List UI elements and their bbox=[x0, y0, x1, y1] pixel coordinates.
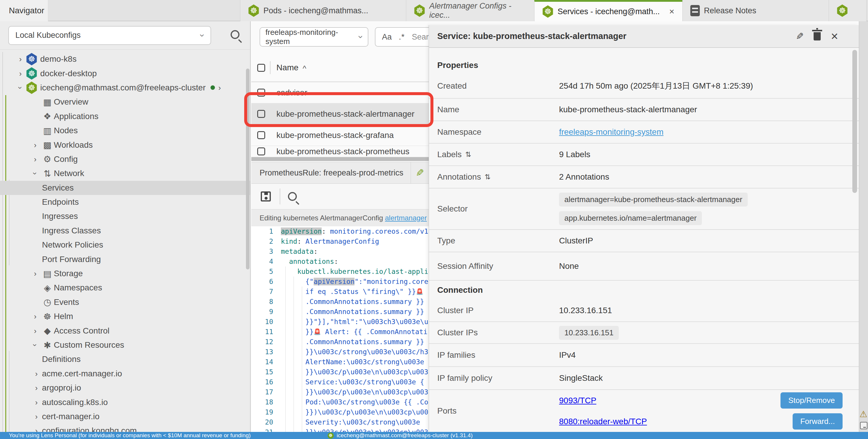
chevron-right-icon[interactable]: › bbox=[30, 141, 41, 149]
sort-asc-icon[interactable]: ^ bbox=[303, 64, 306, 73]
sidebar-item-config[interactable]: ›⚙Config bbox=[0, 152, 251, 166]
sidebar-item-port-forwarding[interactable]: Port Forwarding bbox=[0, 252, 251, 266]
code-line: 2kind: AlertmanagerConfig bbox=[251, 236, 429, 246]
row-checkbox[interactable] bbox=[257, 131, 265, 139]
sidebar-item-services[interactable]: Services bbox=[0, 181, 251, 195]
code-line: 11 }}🚨 Alert: {{ .CommonAnnotati bbox=[251, 327, 429, 337]
chevron-right-icon[interactable]: › bbox=[30, 156, 41, 163]
code-token: : bbox=[297, 238, 305, 245]
search-icon[interactable] bbox=[230, 30, 240, 39]
tab-alertmanager[interactable]: ☸Alertmanager Configs - icec... bbox=[406, 0, 534, 21]
row-label: Created bbox=[437, 81, 559, 91]
chevron-right-icon[interactable]: › bbox=[30, 312, 41, 320]
forward-button[interactable]: Forward... bbox=[793, 413, 843, 430]
sidebar-item-workloads[interactable]: ›▩Workloads bbox=[0, 138, 251, 152]
kubeconfig-select[interactable]: Local Kubeconfigs › bbox=[8, 26, 211, 45]
tab-pods[interactable]: ☸Pods - icecheng@mathmas... bbox=[240, 0, 406, 21]
sidebar-item-ingresses[interactable]: Ingresses bbox=[0, 209, 251, 223]
editing-resource-link[interactable]: alertmanager bbox=[385, 214, 427, 222]
chevron-down-icon: › bbox=[198, 34, 207, 37]
sidebar-item-autoscaling-k8s-io[interactable]: ›autoscaling.k8s.io bbox=[0, 395, 251, 409]
chevron-right-icon[interactable]: › bbox=[30, 270, 41, 277]
code-token: apiVersion bbox=[281, 228, 322, 235]
indent-guide bbox=[302, 286, 302, 432]
chevron-right-icon[interactable]: › bbox=[218, 84, 221, 92]
chevron-right-icon[interactable]: › bbox=[31, 384, 42, 392]
sort-toggle-icon[interactable]: ⇅ bbox=[485, 173, 491, 181]
warning-icon[interactable]: ⚠ bbox=[860, 409, 867, 419]
sort-toggle-icon[interactable]: ⇅ bbox=[465, 150, 471, 159]
drawer-scrollbar[interactable] bbox=[852, 50, 857, 193]
cluster-status[interactable]: ☸ icecheng@mathmast.com@freeleaps-cluste… bbox=[328, 432, 473, 439]
port-link[interactable]: 9093/TCP bbox=[559, 396, 596, 405]
sidebar-item-helm[interactable]: ›☸Helm bbox=[0, 309, 251, 324]
chevron-right-icon[interactable]: › bbox=[31, 427, 42, 432]
sidebar-item-cert-manager-io[interactable]: ›cert-manager.io bbox=[0, 409, 251, 424]
sidebar-item-docker-desktop[interactable]: ›☸docker-desktop bbox=[0, 66, 251, 80]
sidebar-item-nodes[interactable]: ▥Nodes bbox=[0, 124, 251, 138]
delete-icon[interactable] bbox=[814, 32, 821, 40]
table-row[interactable]: kube-prometheus-stack-grafana bbox=[251, 125, 429, 146]
sidebar-item-namespaces[interactable]: ◈Namespaces bbox=[0, 281, 251, 295]
list-controls: freeleaps-monitoring-system › Aa .* Sear… bbox=[251, 21, 429, 53]
line-number: 11 bbox=[251, 328, 281, 336]
sidebar-item-endpoints[interactable]: Endpoints bbox=[0, 195, 251, 209]
sidebar-item-applications[interactable]: ❖Applications bbox=[0, 109, 251, 124]
close-icon[interactable]: × bbox=[669, 6, 675, 16]
sidebar-item-network-policies[interactable]: Network Policies bbox=[0, 238, 251, 252]
stop-remove-button[interactable]: Stop/Remove bbox=[780, 392, 843, 409]
chevron-right-icon[interactable]: › bbox=[30, 327, 41, 335]
row-checkbox[interactable] bbox=[257, 147, 265, 156]
save-icon[interactable] bbox=[261, 192, 271, 201]
sidebar-item-network[interactable]: ›⇅Network bbox=[0, 166, 251, 180]
table-row[interactable]: kube-prometheus-stack-prometheus bbox=[251, 146, 429, 157]
sidebar-item-storage[interactable]: ›▤Storage bbox=[0, 267, 251, 281]
sidebar-item-icecheng-mathmast-com-freeleaps-cluster[interactable]: ›☸icecheng@mathmast.com@freeleaps-cluste… bbox=[0, 81, 251, 95]
close-icon[interactable]: × bbox=[831, 30, 838, 42]
tab-release[interactable]: Release Notes bbox=[682, 0, 829, 21]
horizontal-scrollbar[interactable] bbox=[251, 157, 429, 161]
sidebar-item-acme-cert-manager-io[interactable]: ›acme.cert-manager.io bbox=[0, 367, 251, 381]
tab-services[interactable]: ☸Services - icecheng@math...× bbox=[534, 0, 683, 21]
chevron-down-icon[interactable]: › bbox=[30, 341, 41, 349]
chevron-down-icon[interactable]: › bbox=[30, 170, 41, 177]
cluster-status-text: icecheng@mathmast.com@freeleaps-cluster … bbox=[337, 432, 473, 439]
namespace-link[interactable]: freeleaps-monitoring-system bbox=[559, 127, 663, 136]
namespace-select[interactable]: freeleaps-monitoring-system › bbox=[259, 27, 368, 47]
regex-toggle[interactable]: .* bbox=[399, 33, 405, 42]
select-all-checkbox[interactable] bbox=[257, 64, 265, 72]
row-label-text: Name bbox=[437, 105, 459, 114]
chevron-down-icon[interactable]: › bbox=[15, 84, 26, 92]
match-case-toggle[interactable]: Aa bbox=[382, 33, 392, 42]
sidebar-item-configuration-konghq-com[interactable]: ›configuration.konghq.com bbox=[0, 424, 251, 432]
yaml-editor[interactable]: 1apiVersion: monitoring.coreos.com/v12ki… bbox=[251, 226, 429, 432]
chevron-glyph: › bbox=[35, 370, 38, 377]
code-token: }}\u003c/p\u003e\n\u003cp\u003 bbox=[281, 428, 428, 432]
row-label-text: Cluster IP bbox=[437, 306, 474, 315]
code-line: 5 kubectl.kubernetes.io/last-applied-con… bbox=[251, 267, 429, 276]
editor-search-icon[interactable] bbox=[288, 192, 297, 201]
name-column-header[interactable]: Name bbox=[276, 63, 299, 72]
sidebar-item-definitions[interactable]: Definitions bbox=[0, 352, 251, 366]
sidebar-item-label: Port Forwarding bbox=[42, 255, 101, 264]
sidebar-item-demo-k8s[interactable]: ›☸demo-k8s bbox=[0, 52, 251, 66]
sidebar-item-custom-resources[interactable]: ›✱Custom Resources bbox=[0, 338, 251, 352]
edit-icon[interactable]: ✎ bbox=[796, 31, 804, 42]
sidebar-item-access-control[interactable]: ›◆Access Control bbox=[0, 324, 251, 338]
edit-icon[interactable]: ✎ bbox=[411, 167, 429, 179]
sidebar-item-argoproj-io[interactable]: ›argoproj.io bbox=[0, 381, 251, 395]
chevron-right-icon[interactable]: › bbox=[31, 413, 42, 420]
port-link[interactable]: 8080:reloader-web/TCP bbox=[559, 417, 647, 426]
sidebar-item-events[interactable]: ◷Events bbox=[0, 295, 251, 309]
sidebar-item-overview[interactable]: ▦Overview bbox=[0, 95, 251, 109]
line-number: 5 bbox=[251, 268, 281, 275]
chevron-right-icon[interactable]: › bbox=[31, 399, 42, 406]
chevron-right-icon[interactable]: › bbox=[15, 55, 26, 63]
alert-emoji: 🚨 bbox=[314, 328, 321, 335]
tab-partial[interactable]: ☸ bbox=[829, 0, 867, 21]
chevron-right-icon[interactable]: › bbox=[31, 370, 42, 377]
search-input[interactable]: Aa .* Search bbox=[375, 27, 429, 47]
sidebar-item-ingress-classes[interactable]: Ingress Classes bbox=[0, 224, 251, 238]
terminal-dock-icon[interactable] bbox=[860, 422, 867, 429]
chevron-right-icon[interactable]: › bbox=[15, 70, 26, 77]
